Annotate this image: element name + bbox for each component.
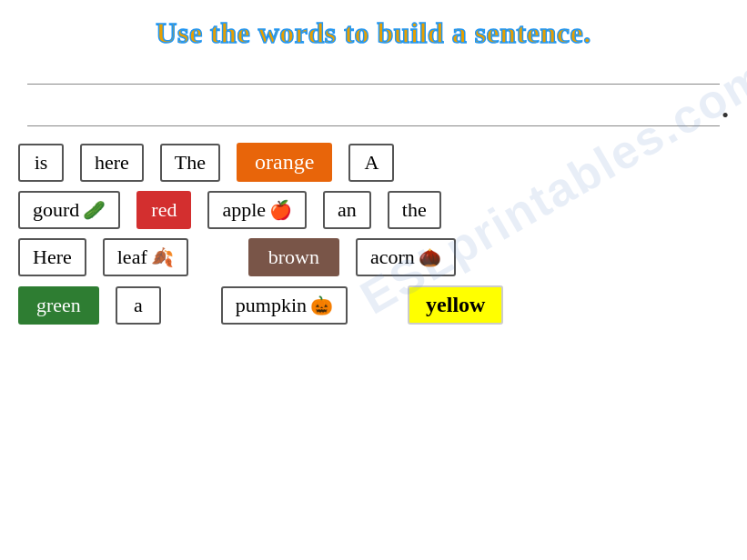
word-card-pumpkin[interactable]: pumpkin🎃 <box>221 286 348 325</box>
word-card-leaf[interactable]: leaf🍂 <box>103 238 188 276</box>
word-card-orange[interactable]: orange <box>237 143 332 182</box>
word-card-brown[interactable]: brown <box>248 238 339 276</box>
word-card-the[interactable]: the <box>388 191 441 229</box>
writing-line-1 <box>27 59 720 85</box>
word-label: gourd <box>33 198 79 222</box>
word-label: green <box>36 294 81 317</box>
writing-lines <box>0 59 747 126</box>
word-card-a[interactable]: a <box>116 286 161 325</box>
word-label: apple <box>222 198 266 222</box>
word-card-Here[interactable]: Here <box>18 238 86 276</box>
word-label: an <box>338 198 357 222</box>
acorn-icon: 🌰 <box>419 246 441 268</box>
word-label: acorn <box>370 245 415 269</box>
word-card-acorn[interactable]: acorn🌰 <box>356 238 456 276</box>
word-label: brown <box>268 245 319 269</box>
word-label: the <box>402 198 427 222</box>
word-card-A[interactable]: A <box>348 144 394 182</box>
word-row-1: gourd🥒redapple🍎anthe <box>18 191 729 229</box>
word-label: Here <box>33 245 72 269</box>
word-label: red <box>151 198 177 222</box>
pumpkin-icon: 🎃 <box>310 295 333 316</box>
word-card-is[interactable]: is <box>18 144 64 182</box>
writing-line-2 <box>27 101 720 126</box>
word-row-0: ishereTheorangeA <box>18 143 729 182</box>
word-card-The[interactable]: The <box>160 144 220 182</box>
word-label: The <box>175 151 206 175</box>
word-label: yellow <box>426 293 485 317</box>
word-row-3: greenapumpkin🎃yellow <box>18 285 729 325</box>
word-label: here <box>95 151 129 175</box>
apple-icon: 🍎 <box>269 199 292 221</box>
word-card-here[interactable]: here <box>80 144 144 182</box>
word-card-red[interactable]: red <box>136 191 191 229</box>
gourd-icon: 🥒 <box>83 199 106 221</box>
word-card-apple[interactable]: apple🍎 <box>207 191 307 229</box>
word-label: is <box>35 151 48 175</box>
leaf-icon: 🍂 <box>151 246 174 268</box>
word-label: orange <box>255 150 314 175</box>
word-label: a <box>134 294 143 317</box>
word-row-2: Hereleaf🍂brownacorn🌰 <box>18 238 729 276</box>
title: Use the words to build a sentence. <box>0 0 747 59</box>
word-card-an[interactable]: an <box>323 191 371 229</box>
word-card-green[interactable]: green <box>18 286 99 325</box>
word-card-gourd[interactable]: gourd🥒 <box>18 191 120 229</box>
word-label: A <box>364 151 379 175</box>
word-label: pumpkin <box>236 294 307 317</box>
word-area: ishereTheorangeAgourd🥒redapple🍎antheHere… <box>0 143 747 325</box>
word-card-yellow[interactable]: yellow <box>408 285 503 325</box>
word-label: leaf <box>117 245 147 269</box>
